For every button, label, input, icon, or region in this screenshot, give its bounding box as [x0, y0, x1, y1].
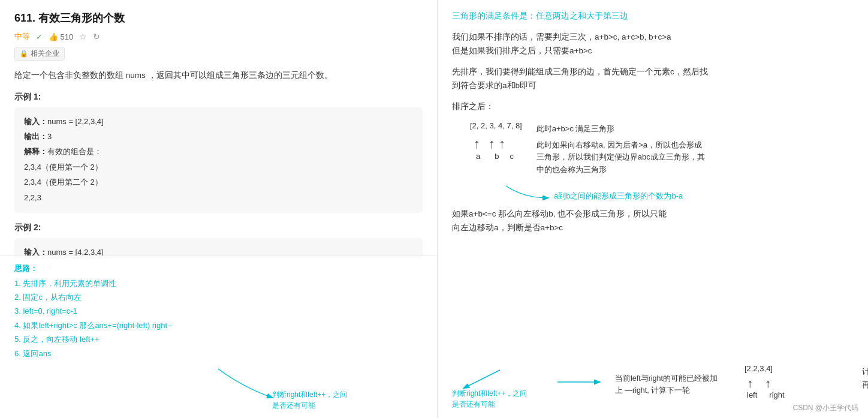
example1-combo1: 2,3,4（使用第一个 2）: [24, 160, 413, 174]
bottom-right-note2: 再次计算 2 2: [862, 378, 868, 392]
tag-label: 相关企业: [31, 49, 59, 59]
para2: 先排序，我们要得到能组成三角形的边，首先确定一个元素c，然后找 到符合要求的a和…: [452, 65, 854, 93]
right-panel: 三角形的满足条件是：任意两边之和大于第三边 我们如果不排序的话，需要判定三次，a…: [438, 0, 868, 418]
thought-title: 思路：: [14, 263, 423, 274]
like-count: 👍 510: [49, 32, 73, 41]
abc-labels: a b c: [476, 152, 522, 161]
example1-combo3: 2,2,3: [24, 191, 413, 205]
thought-list: 1. 先排序，利用元素的单调性 2. 固定c，从右向左 3. left=0, r…: [14, 276, 423, 360]
example2-label: 示例 2:: [14, 222, 423, 233]
example1-box: 输入：nums = [2,2,3,4] 输出：3 解释：有效的组合是： 2,3,…: [14, 107, 423, 213]
note2: 此时如果向右移动a, 因为后者>a，所以也会形成 三角形，所以我们判定便边界ab…: [537, 139, 705, 176]
para3: 如果a+b<=c 那么向左移动b, 也不会形成三角形，所以只能 向左边移动a，判…: [452, 208, 854, 235]
example1-input-value: nums = [2,2,3,4]: [47, 117, 104, 126]
right-arrow-svg: [557, 376, 605, 388]
refresh-icon: ↻: [93, 32, 100, 41]
arrow-path-1: [218, 369, 272, 398]
bottom-right-notes: 计算完毕 2 3 再次计算 2 2: [862, 364, 868, 392]
right-arrow-center: [557, 376, 605, 388]
para1: 我们如果不排序的话，需要判定三次，a+b>c, a+c>b, b+c>a 但是如…: [452, 31, 854, 58]
problem-title: 611. 有效三角形的个数: [14, 11, 423, 25]
example1-output-value: 3: [47, 132, 52, 141]
center-annotation: 当前left与right的可能已经被加上 —right, 计算下一轮: [615, 364, 723, 396]
example1-label: 示例 1:: [14, 92, 423, 103]
lock-icon: 🔒: [20, 50, 28, 58]
array-display: [2, 2, 3, 4, 7, 8]: [470, 121, 522, 130]
bottom-right-labels: left right: [747, 390, 852, 399]
example1-input-label: 输入：: [24, 117, 47, 126]
bottom-left-text: 判断right和left++，之间是否还有可能: [452, 388, 548, 410]
check-icon: ✓: [36, 32, 43, 41]
left-panel: 611. 有效三角形的个数 中等 ✓ 👍 510 ☆ ↻ 🔒 相关企业 给定一个…: [0, 0, 438, 418]
bottom-right-arrow-left: ↑: [747, 377, 753, 390]
note1: 此时a+b>c 满足三角形: [537, 124, 705, 134]
count-arrow-area: a到b之间的能形成三角形的个数为b-a: [488, 181, 854, 203]
arrow-c-up: ↑: [499, 136, 505, 152]
label-c: c: [510, 152, 514, 161]
example1-explain-label: 解释：有效的组合是：: [24, 145, 413, 158]
arrows-row: ↑ ↑ ↑: [474, 136, 522, 152]
thought-item-4: 4. 如果left+right>c 那么ans+=(right-left) ri…: [14, 318, 423, 332]
bottom-right-array: [2,2,3,4]: [745, 364, 852, 373]
bottom-right-right-label: right: [769, 390, 784, 399]
annotation-text-1: 判断right和left++，之间是否还有可能: [272, 389, 404, 411]
example1-combo2: 2,3,4（使用第二个 2）: [24, 175, 413, 189]
bottom-right-diagram: [2,2,3,4] ↑ ↑ left right: [745, 364, 852, 399]
diagram-notes: 此时a+b>c 满足三角形 此时如果向右移动a, 因为后者>a，所以也会形成 三…: [537, 124, 705, 176]
thought-item-1: 1. 先排序，利用元素的单调性: [14, 276, 423, 290]
label-b: b: [495, 152, 499, 161]
thought-item-2: 2. 固定c，从右向左: [14, 290, 423, 304]
condition-text: 三角形的满足条件是：任意两边之和大于第三边: [452, 10, 854, 23]
diagram-area: [2, 2, 3, 4, 7, 8] ↑ ↑ ↑ a b c 此时a+b>c 满…: [470, 121, 854, 176]
bottom-right-note1: 计算完毕 2 3: [862, 365, 868, 378]
bottom-right-arrows: ↑ ↑: [747, 377, 852, 390]
count-note: a到b之间的能形成三角形的个数为b-a: [554, 191, 683, 202]
arrow-a-up: ↑: [474, 136, 480, 152]
condition-span: 三角形的满足条件是：任意两边之和大于第三边: [452, 11, 628, 20]
example1-output: 输出：3: [24, 130, 413, 143]
thought-item-5: 5. 反之，向左移动 left++: [14, 332, 423, 346]
sort-label: 排序之后：: [452, 100, 854, 114]
tag-button[interactable]: 🔒 相关企业: [14, 47, 65, 61]
thought-section: 思路： 1. 先排序，利用元素的单调性 2. 固定c，从右向左 3. left=…: [0, 255, 437, 418]
explain-text: 有效的组合是：: [47, 147, 102, 156]
bottom-left-annotation: 判断right和left++，之间是否还有可能: [452, 364, 548, 410]
thought-item-3: 3. left=0, right=c-1: [14, 304, 423, 318]
example1-input: 输入：nums = [2,2,3,4]: [24, 115, 413, 128]
bottom-right-left-label: left: [747, 390, 757, 399]
thought-item-6: 6. 返回ans: [14, 347, 423, 360]
problem-description: 给定一个包含非负整数的数组 nums ，返回其中可以组成三角形三条边的三元组个数…: [14, 69, 423, 82]
explain-bold: 解释：: [24, 147, 47, 156]
example1-output-label: 输出：: [24, 132, 47, 141]
meta-row: 中等 ✓ 👍 510 ☆ ↻: [14, 31, 423, 42]
center-annotation-text: 当前left与right的可能已经被加上 —right, 计算下一轮: [615, 372, 723, 396]
bottom-right-arrow-right: ↑: [765, 377, 771, 390]
star-icon: ☆: [79, 32, 87, 41]
watermark: CSDN @小王学代码: [792, 403, 858, 413]
difficulty-badge: 中等: [14, 31, 30, 42]
main-container: 611. 有效三角形的个数 中等 ✓ 👍 510 ☆ ↻ 🔒 相关企业 给定一个…: [0, 0, 868, 418]
label-a: a: [476, 152, 480, 161]
diagram-left: [2, 2, 3, 4, 7, 8] ↑ ↑ ↑ a b c: [470, 121, 522, 161]
arrow-b-up: ↑: [489, 136, 495, 152]
annotation-area: 判断right和left++，之间是否还有可能: [14, 363, 423, 411]
